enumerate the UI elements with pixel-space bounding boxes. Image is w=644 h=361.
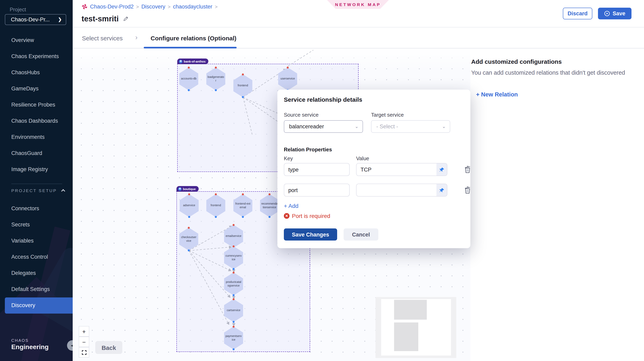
- modal-title: Service relationship details: [284, 96, 362, 103]
- sidebar-item-delegates[interactable]: Delegates: [0, 265, 73, 281]
- add-property-button[interactable]: + Add: [284, 203, 298, 209]
- node-out-dot: [242, 96, 244, 98]
- cancel-button[interactable]: Cancel: [344, 228, 378, 241]
- sidebar-item-chaosguard[interactable]: ChaosGuard: [0, 145, 73, 161]
- pin-value-button-row2[interactable]: [436, 184, 447, 196]
- source-service-label: Source service: [284, 112, 318, 118]
- sidebar-item-chaoshubs[interactable]: ChaosHubs: [0, 64, 73, 81]
- breadcrumb: Chaos-Dev-Prod2 > Discovery > chaosdaycl…: [82, 4, 218, 10]
- node-in-dot: [188, 67, 190, 69]
- breadcrumb-discovery[interactable]: Discovery: [141, 4, 165, 10]
- service-node-userservice[interactable]: userservice: [278, 67, 297, 90]
- key-input-row1[interactable]: [284, 163, 350, 176]
- breadcrumb-cluster[interactable]: chaosdaycluster: [173, 4, 212, 10]
- save-button-label: Save: [612, 10, 625, 16]
- cluster-label-boutique[interactable]: ✳ boutique: [176, 186, 198, 192]
- kubernetes-icon: ✳: [179, 59, 182, 63]
- node-out-dot: [232, 268, 234, 270]
- zoom-out-button[interactable]: −: [79, 337, 89, 347]
- pushpin-icon: [439, 187, 444, 193]
- node-out-dot: [215, 89, 217, 91]
- node-in-dot: [268, 193, 270, 195]
- save-changes-button[interactable]: Save Changes: [284, 228, 337, 241]
- zoom-in-button[interactable]: +: [79, 326, 89, 337]
- key-input-row2[interactable]: [284, 184, 350, 197]
- breadcrumb-separator: >: [215, 4, 218, 9]
- target-service-select[interactable]: - Select - ⌄: [371, 120, 450, 133]
- back-button[interactable]: Back: [95, 341, 122, 354]
- delete-row1-button[interactable]: [464, 165, 471, 174]
- breadcrumb-separator: >: [168, 4, 170, 9]
- sidebar-item-connectors[interactable]: Connectors: [0, 201, 73, 217]
- kubernetes-icon: ✳: [178, 187, 182, 191]
- service-node-checkoutservice[interactable]: checkoutservice: [179, 228, 198, 251]
- minimap[interactable]: [376, 297, 456, 358]
- node-out-dot: [268, 216, 270, 218]
- sidebar-item-variables[interactable]: Variables: [0, 233, 73, 249]
- breadcrumb-project[interactable]: Chaos-Dev-Prod2: [90, 4, 134, 10]
- new-relation-button[interactable]: + New Relation: [476, 91, 518, 98]
- node-out-dot: [188, 89, 190, 91]
- value-field-row2: [356, 184, 447, 197]
- node-out-dot: [188, 216, 190, 218]
- sidebar-item-chaos-experiments[interactable]: Chaos Experiments: [0, 48, 73, 64]
- edit-pencil-icon[interactable]: [123, 16, 128, 22]
- project-setup-section-header[interactable]: PROJECT SETUP: [11, 188, 68, 193]
- sidebar-item-discovery[interactable]: Discovery: [5, 298, 73, 314]
- project-label: Project: [10, 6, 26, 12]
- customized-configurations-panel: Add customized configurations You can ad…: [470, 48, 644, 361]
- service-node-adservice[interactable]: adservice: [180, 194, 199, 217]
- network-map-badge: NETWORK MAP: [327, 0, 389, 9]
- node-in-dot: [287, 67, 289, 69]
- pin-value-button-row1[interactable]: [436, 163, 447, 176]
- sidebar-item-chaos-dashboards[interactable]: Chaos Dashboards: [0, 113, 73, 129]
- fit-view-button[interactable]: [79, 347, 89, 358]
- project-selector[interactable]: Chaos-Dev-Pr... ❯: [5, 14, 66, 25]
- delete-row2-button[interactable]: [464, 186, 471, 194]
- node-in-dot: [232, 224, 234, 226]
- save-button[interactable]: Save: [598, 8, 632, 19]
- sidebar-setup-nav: Connectors Secrets Variables Access Cont…: [0, 201, 73, 314]
- tab-select-services[interactable]: Select services: [82, 35, 123, 41]
- service-node-frontend-boutique[interactable]: frontend: [206, 194, 225, 217]
- service-node-currencyservice[interactable]: currencyservice: [224, 246, 243, 269]
- sidebar-item-image-registry[interactable]: Image Registry: [0, 161, 73, 178]
- sidebar-item-secrets[interactable]: Secrets: [0, 217, 73, 233]
- minimap-cluster-boutique: [394, 323, 418, 351]
- node-out-dot: [232, 348, 234, 350]
- discard-button[interactable]: Discard: [563, 8, 592, 19]
- source-service-select[interactable]: balancereader ⌄: [284, 120, 363, 133]
- sidebar-item-gamedays[interactable]: GameDays: [0, 81, 73, 97]
- key-column-label: Key: [284, 155, 293, 161]
- chevron-up-icon: [61, 189, 65, 193]
- fullscreen-icon: [81, 350, 86, 355]
- service-node-productcatalogservice[interactable]: productcatalogservice: [224, 272, 243, 295]
- node-out-dot: [215, 216, 217, 218]
- service-node-frontend-external[interactable]: frontend-external: [233, 194, 252, 217]
- sidebar-item-overview[interactable]: Overview: [0, 32, 73, 48]
- chevron-right-icon: ❯: [58, 17, 62, 22]
- chevron-down-icon: ⌄: [442, 124, 446, 129]
- relation-properties-title: Relation Properties: [284, 146, 332, 153]
- service-node-cartservice[interactable]: cartservice: [224, 299, 243, 322]
- service-node-frontend-bank[interactable]: frontend: [233, 74, 252, 97]
- sidebar-item-default-settings[interactable]: Default Settings: [0, 281, 73, 298]
- value-input-row1[interactable]: [356, 163, 436, 176]
- service-node-recommendationservice[interactable]: recommendationservice: [260, 194, 279, 217]
- service-node-loadgenerator[interactable]: loadgenerator: [206, 67, 225, 90]
- node-in-dot: [188, 227, 190, 229]
- sidebar-item-resilience-probes[interactable]: Resilience Probes: [0, 97, 73, 113]
- cluster-label-bank-of-anthos[interactable]: ✳ bank-of-anthos: [177, 58, 208, 64]
- validation-error: ✕ Port is required: [284, 213, 330, 219]
- sidebar-item-access-control[interactable]: Access Control: [0, 249, 73, 265]
- logo-text-chaos: CHAOS: [11, 338, 49, 343]
- node-in-dot: [215, 67, 217, 69]
- active-tab-underline: [144, 47, 236, 48]
- node-out-dot: [242, 216, 244, 218]
- value-input-row2[interactable]: [356, 184, 436, 196]
- sidebar-item-environments[interactable]: Environments: [0, 129, 73, 145]
- tab-configure-relations[interactable]: Configure relations (Optional): [150, 35, 236, 41]
- service-node-accounts-db[interactable]: accounts-db: [179, 67, 198, 90]
- service-node-paymentservice[interactable]: paymentservice: [224, 327, 243, 350]
- service-node-emailservice[interactable]: emailservice: [224, 225, 243, 248]
